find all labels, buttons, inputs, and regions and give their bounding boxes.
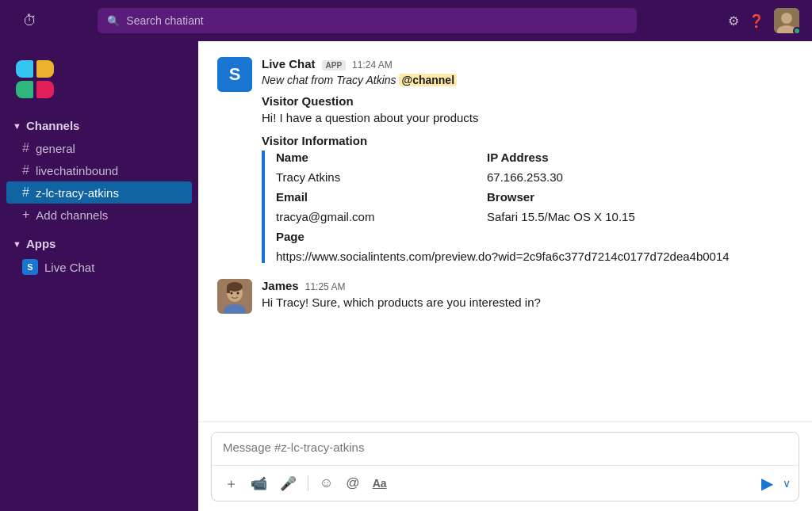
add-channels-item[interactable]: + Add channels [6, 204, 192, 226]
hash-icon: # [22, 141, 29, 155]
live-chat-label: Live Chat [44, 261, 94, 274]
email-label: Email [276, 190, 474, 204]
visitor-info-block: Name IP Address Tracy Atkins 67.166.253.… [262, 151, 793, 263]
visitor-question-text: Hi! I have a question about your product… [262, 111, 793, 124]
logo-grid [16, 60, 54, 98]
james-sender-name: James [262, 279, 299, 292]
james-reply-text: Hi Tracy! Sure, which products are you i… [262, 296, 793, 309]
input-toolbar: ＋ 📹 🎤 ☺ @ Aa ▶ ∨ [212, 465, 799, 501]
add-channels-label: Add channels [36, 208, 108, 222]
live-chat-app-icon: S [22, 259, 38, 275]
hash-icon: # [22, 163, 29, 177]
apps-section: ▼ Apps S Live Chat [0, 232, 198, 279]
top-bar-right: ⚙ ❓ [728, 8, 799, 33]
visitor-info-title: Visitor Information [262, 134, 793, 147]
history-section: ⏱ [13, 13, 48, 29]
search-text: Search chatiant [126, 14, 203, 27]
live-chat-sidebar-item[interactable]: S Live Chat [6, 255, 192, 279]
mic-button[interactable]: 🎤 [275, 472, 301, 495]
bot-avatar: S [217, 57, 252, 92]
apps-label: Apps [26, 237, 56, 250]
page-label: Page [276, 230, 793, 243]
message-block-bot: S Live Chat APP 11:24 AM New chat from T… [217, 57, 793, 263]
top-bar: ⏱ 🔍 Search chatiant ⚙ ❓ [0, 0, 812, 41]
plus-icon: + [22, 208, 29, 222]
logo-pill-yellow [36, 60, 54, 78]
video-button[interactable]: 📹 [246, 472, 272, 495]
svg-point-11 [237, 292, 239, 295]
search-bar[interactable]: 🔍 Search chatiant [98, 8, 637, 33]
message-input[interactable] [212, 433, 799, 462]
channels-chevron-icon: ▼ [13, 121, 21, 131]
bot-sender-name: Live Chat [262, 57, 316, 71]
channel-item-z-lc-tracy-atkins[interactable]: # z-lc-tracy-atkins [6, 181, 192, 204]
apps-chevron-icon: ▼ [13, 239, 21, 249]
page-value: https://www.socialintents.com/preview.do… [276, 250, 793, 263]
logo-pill-blue [16, 60, 33, 78]
browser-value: Safari 15.5/Mac OS X 10.15 [487, 210, 793, 223]
bot-timestamp: 11:24 AM [352, 59, 393, 71]
new-chat-line: New chat from Tracy Atkins @channel [262, 74, 793, 86]
ip-label: IP Address [487, 151, 793, 164]
channel-item-general[interactable]: # general [6, 137, 192, 159]
channel-mention: @channel [399, 74, 457, 86]
svg-point-1 [781, 13, 792, 24]
channel-item-livechatinbound[interactable]: # livechatinbound [6, 159, 192, 181]
svg-point-10 [231, 292, 233, 295]
history-icon[interactable]: ⏱ [23, 13, 37, 29]
ip-value: 67.166.253.30 [487, 170, 793, 184]
browser-label: Browser [487, 190, 793, 204]
bot-message-content: Live Chat APP 11:24 AM New chat from Tra… [262, 57, 793, 263]
slack-logo [0, 48, 198, 114]
main-layout: ▼ Channels # general # livechatinbound #… [0, 41, 812, 511]
send-button[interactable]: ▶ [756, 471, 778, 496]
logo-pill-red [36, 81, 54, 98]
channel-name-general: general [36, 142, 75, 155]
emoji-button[interactable]: ☺ [315, 472, 338, 494]
send-chevron-icon[interactable]: ∨ [783, 477, 791, 490]
channels-section-header[interactable]: ▼ Channels [0, 114, 198, 137]
james-timestamp: 11:25 AM [305, 281, 346, 292]
app-badge: APP [322, 60, 347, 71]
apps-section-header[interactable]: ▼ Apps [0, 232, 198, 255]
user-avatar-container[interactable] [774, 8, 799, 33]
format-button[interactable]: Aa [368, 474, 392, 493]
input-box: ＋ 📹 🎤 ☺ @ Aa ▶ ∨ [211, 432, 799, 501]
sidebar: ▼ Channels # general # livechatinbound #… [0, 41, 198, 511]
name-label: Name [276, 151, 474, 164]
email-value: tracya@gmail.com [276, 210, 474, 223]
visitor-question-title: Visitor Question [262, 94, 793, 108]
svg-rect-8 [227, 287, 230, 293]
messages-area: S Live Chat APP 11:24 AM New chat from T… [198, 41, 812, 421]
info-grid: Name IP Address Tracy Atkins 67.166.253.… [276, 151, 793, 263]
channel-name-livechatinbound: livechatinbound [36, 164, 118, 177]
online-status-indicator [793, 27, 801, 35]
message-block-james: James 11:25 AM Hi Tracy! Sure, which pro… [217, 279, 793, 314]
hash-icon: # [22, 185, 29, 200]
james-message-header: James 11:25 AM [262, 279, 793, 292]
mention-button[interactable]: @ [341, 472, 364, 494]
filter-icon[interactable]: ⚙ [728, 13, 739, 29]
channels-label: Channels [26, 119, 80, 132]
help-icon[interactable]: ❓ [749, 13, 764, 29]
james-message-content: James 11:25 AM Hi Tracy! Sure, which pro… [262, 279, 793, 314]
content-area: S Live Chat APP 11:24 AM New chat from T… [198, 41, 812, 511]
svg-text:S: S [229, 64, 241, 84]
new-chat-prefix: New chat from Tracy Atkins [262, 74, 396, 86]
name-value: Tracy Atkins [276, 170, 474, 184]
james-avatar [217, 279, 252, 314]
channel-name-z-lc-tracy-atkins: z-lc-tracy-atkins [36, 186, 119, 200]
input-area: ＋ 📹 🎤 ☺ @ Aa ▶ ∨ [198, 421, 812, 511]
plus-button[interactable]: ＋ [220, 471, 243, 496]
logo-pill-green [16, 81, 33, 98]
toolbar-divider [308, 475, 308, 491]
bot-message-header: Live Chat APP 11:24 AM [262, 57, 793, 71]
search-icon: 🔍 [107, 15, 120, 27]
